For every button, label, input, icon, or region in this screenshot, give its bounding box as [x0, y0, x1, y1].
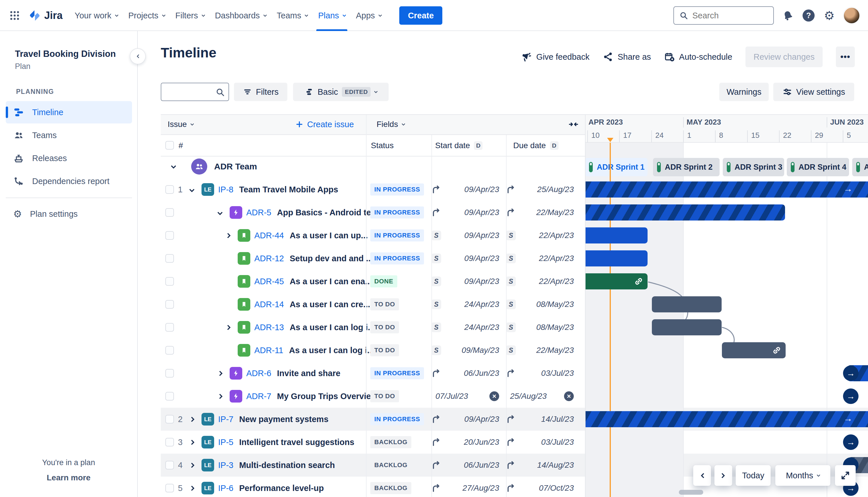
due-date-cell[interactable]: 03/Jul/23	[506, 362, 578, 385]
issue-key-link[interactable]: IP-3	[218, 460, 233, 470]
sprint-bar-adr-sprint-2[interactable]: ADR Sprint 2	[653, 158, 720, 176]
more-options-button[interactable]: •••	[836, 46, 855, 67]
dependency-link-icon[interactable]	[772, 345, 782, 355]
row-checkbox[interactable]	[165, 323, 174, 332]
sidebar-item-timeline[interactable]: Timeline	[6, 101, 132, 124]
due-date-cell[interactable]: S08/May/23	[506, 316, 578, 339]
settings-gear-icon[interactable]: ⚙	[823, 9, 836, 22]
issue-header-dropdown[interactable]: Issue	[168, 114, 193, 134]
status-badge[interactable]: TO DO	[370, 321, 399, 333]
expand-row-icon[interactable]	[217, 371, 222, 376]
nav-item-plans[interactable]: Plans	[313, 0, 351, 31]
row-checkbox[interactable]	[165, 484, 174, 493]
collapse-team-icon[interactable]	[171, 164, 176, 169]
start-date-cell[interactable]: S09/Apr/23	[431, 270, 504, 293]
issue-key-link[interactable]: IP-7	[218, 415, 233, 424]
issue-key-link[interactable]: ADR-7	[246, 392, 271, 401]
due-date-cell[interactable]: S22/Apr/23	[506, 224, 578, 247]
sidebar-item-dependencies-report[interactable]: Dependencies report	[6, 170, 132, 193]
row-checkbox[interactable]	[165, 300, 174, 309]
create-issue-button[interactable]: Create issue	[295, 114, 354, 134]
start-date-cell[interactable]: S09/May/23	[431, 339, 504, 362]
gantt-bar-adr-13[interactable]	[652, 319, 722, 335]
due-date-cell[interactable]: 22/May/23	[506, 201, 578, 224]
expand-row-icon[interactable]	[189, 440, 194, 445]
collapse-row-icon[interactable]	[189, 187, 194, 192]
start-date-cell[interactable]: S09/Apr/23	[431, 247, 504, 270]
timeline-search-input[interactable]	[161, 83, 229, 101]
nav-item-your-work[interactable]: Your work	[70, 0, 123, 31]
nav-item-filters[interactable]: Filters	[170, 0, 210, 31]
gantt-bar-ip-8[interactable]	[585, 182, 868, 198]
jump-to-bar-button-ip-5[interactable]: →	[843, 435, 858, 450]
sprint-bar-adr-sprint-5[interactable]: ADR Sprint 5	[852, 158, 868, 176]
due-date-cell[interactable]: 14/Jul/23	[506, 408, 578, 431]
start-date-cell[interactable]: S24/Apr/23	[431, 293, 504, 316]
due-date-cell[interactable]: 03/Jul/23	[506, 431, 578, 454]
issue-key-link[interactable]: ADR-6	[246, 369, 271, 378]
status-badge[interactable]: TO DO	[370, 344, 399, 356]
filters-button[interactable]: Filters	[234, 83, 287, 101]
row-checkbox[interactable]	[165, 461, 174, 469]
expand-row-icon[interactable]	[225, 325, 231, 330]
select-all-checkbox[interactable]	[165, 141, 174, 150]
issue-key-link[interactable]: ADR-13	[254, 323, 284, 332]
row-checkbox[interactable]	[165, 415, 174, 424]
horizontal-scrollbar-thumb[interactable]	[679, 490, 703, 495]
auto-schedule-button[interactable]: Auto-schedule	[664, 52, 732, 62]
status-badge[interactable]: DONE	[370, 275, 397, 287]
start-date-cell[interactable]: 06/Jun/23	[431, 454, 504, 477]
scroll-right-button[interactable]	[714, 465, 732, 486]
issue-key-link[interactable]: IP-5	[218, 438, 233, 447]
review-changes-button[interactable]: Review changes	[746, 46, 823, 67]
create-button[interactable]: Create	[399, 6, 442, 25]
sidebar-collapse-button[interactable]	[130, 48, 146, 64]
nav-item-teams[interactable]: Teams	[272, 0, 313, 31]
due-date-cell[interactable]: 25/Aug/23	[506, 178, 578, 201]
expand-row-icon[interactable]	[217, 394, 222, 399]
expand-row-icon[interactable]	[189, 485, 194, 491]
expand-row-icon[interactable]	[189, 463, 194, 468]
due-date-cell[interactable]: S22/Apr/23	[506, 247, 578, 270]
dependency-link-icon[interactable]	[634, 276, 643, 286]
share-as-button[interactable]: Share as	[603, 52, 651, 62]
start-date-cell[interactable]: 20/Jun/23	[431, 431, 504, 454]
sidebar-item-releases[interactable]: Releases	[6, 147, 132, 169]
issue-key-link[interactable]: ADR-5	[246, 208, 271, 217]
issue-key-link[interactable]: IP-8	[218, 185, 233, 194]
gantt-bar-adr-14[interactable]	[652, 296, 722, 312]
nav-item-apps[interactable]: Apps	[351, 0, 387, 31]
view-mode-dropdown[interactable]: Basic EDITED	[293, 83, 389, 101]
due-date-cell[interactable]: 25/Aug/23×	[506, 385, 578, 408]
row-checkbox[interactable]	[165, 369, 174, 378]
give-feedback-button[interactable]: Give feedback	[521, 52, 589, 62]
start-date-cell[interactable]: 07/Jul/23×	[431, 385, 504, 408]
due-date-cell[interactable]: S08/May/23	[506, 293, 578, 316]
collapse-fields-icon[interactable]	[568, 119, 579, 129]
clear-date-icon[interactable]: ×	[489, 391, 499, 401]
jump-to-bar-button-adr-6[interactable]: →	[843, 366, 858, 381]
sidebar-item-plan-settings[interactable]: ⚙ Plan settings	[6, 203, 132, 225]
collapse-row-icon[interactable]	[217, 210, 222, 215]
search-input[interactable]	[692, 11, 761, 20]
status-badge[interactable]: BACKLOG	[370, 459, 411, 471]
status-badge[interactable]: IN PROGRESS	[370, 367, 424, 379]
status-badge[interactable]: IN PROGRESS	[370, 413, 424, 425]
learn-more-link[interactable]: Learn more	[0, 473, 137, 482]
zoom-level-dropdown[interactable]: Months	[775, 465, 830, 486]
due-date-cell[interactable]: S22/May/23	[506, 339, 578, 362]
global-search[interactable]	[674, 6, 774, 25]
gantt-bar-ip-7[interactable]	[585, 411, 868, 427]
start-date-cell[interactable]: 09/Apr/23	[431, 178, 504, 201]
today-button[interactable]: Today	[736, 465, 771, 486]
start-date-cell[interactable]: 27/Aug/23	[431, 477, 504, 497]
row-checkbox[interactable]	[165, 438, 174, 446]
row-checkbox[interactable]	[165, 277, 174, 286]
notifications-bell-icon[interactable]	[781, 9, 795, 22]
jump-to-bar-button-adr-7[interactable]: →	[843, 388, 858, 404]
sidebar-item-teams[interactable]: Teams	[6, 124, 132, 146]
gantt-bar-adr-44[interactable]	[585, 227, 648, 243]
status-badge[interactable]: TO DO	[370, 298, 399, 310]
start-date-cell[interactable]: 09/Apr/23	[431, 408, 504, 431]
row-checkbox[interactable]	[165, 231, 174, 240]
